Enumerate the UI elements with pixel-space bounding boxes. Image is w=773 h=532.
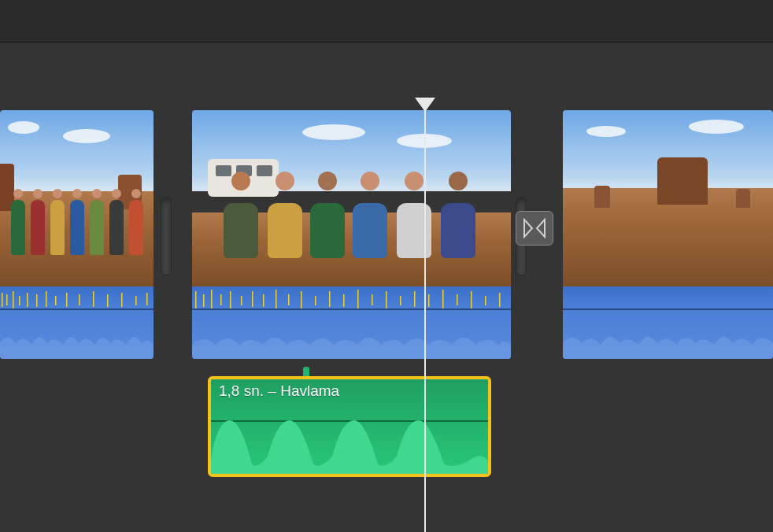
volume-line[interactable] xyxy=(0,308,153,310)
svg-rect-18 xyxy=(220,294,222,305)
svg-rect-30 xyxy=(372,294,373,305)
video-clip[interactable] xyxy=(192,110,511,358)
svg-rect-14 xyxy=(146,293,148,305)
svg-rect-31 xyxy=(386,291,387,308)
svg-rect-10 xyxy=(93,291,94,307)
svg-rect-7 xyxy=(55,296,57,305)
video-track xyxy=(0,110,773,358)
svg-rect-39 xyxy=(499,293,501,307)
svg-rect-36 xyxy=(457,294,458,305)
crossfade-icon xyxy=(523,218,546,238)
svg-rect-32 xyxy=(400,296,401,305)
svg-rect-20 xyxy=(241,296,242,305)
svg-rect-11 xyxy=(107,294,109,307)
clip-thumbnail xyxy=(192,110,511,286)
timeline-toolbar xyxy=(0,0,773,42)
sfx-label: 1,8 sn. – Havlama xyxy=(219,382,339,400)
clip-audio-waveform[interactable] xyxy=(563,286,773,359)
svg-rect-9 xyxy=(79,294,80,305)
sound-effect-clip[interactable]: 1,8 sn. – Havlama xyxy=(208,376,491,477)
clip-thumbnail xyxy=(0,110,153,286)
svg-rect-33 xyxy=(414,291,416,307)
video-clip[interactable] xyxy=(563,110,773,358)
svg-rect-27 xyxy=(329,291,331,307)
svg-rect-17 xyxy=(211,290,213,308)
svg-rect-38 xyxy=(485,296,486,305)
transition-edge-handle[interactable] xyxy=(161,197,172,275)
svg-rect-1 xyxy=(6,294,8,305)
svg-rect-15 xyxy=(195,291,197,308)
sfx-waveform xyxy=(211,412,488,474)
playhead-line[interactable] xyxy=(424,109,426,532)
svg-rect-8 xyxy=(66,293,68,307)
svg-rect-4 xyxy=(27,293,28,307)
svg-rect-0 xyxy=(2,293,3,307)
svg-rect-21 xyxy=(252,291,253,307)
video-clip[interactable] xyxy=(0,110,153,358)
svg-rect-29 xyxy=(357,290,359,308)
clip-audio-waveform[interactable] xyxy=(192,286,511,359)
svg-rect-35 xyxy=(442,290,444,308)
svg-rect-19 xyxy=(230,291,231,308)
transition-crossfade[interactable] xyxy=(516,211,553,246)
svg-rect-5 xyxy=(36,294,38,307)
volume-line[interactable] xyxy=(563,308,773,310)
clip-audio-waveform[interactable] xyxy=(0,286,153,359)
svg-rect-26 xyxy=(315,296,316,305)
svg-rect-23 xyxy=(276,290,277,308)
clip-thumbnail xyxy=(563,110,773,286)
svg-rect-16 xyxy=(203,294,205,307)
svg-rect-2 xyxy=(13,291,14,308)
svg-rect-37 xyxy=(471,291,472,308)
svg-rect-12 xyxy=(121,293,123,307)
svg-rect-6 xyxy=(46,291,47,307)
svg-rect-3 xyxy=(19,296,20,305)
timeline[interactable]: 1,8 sn. – Havlama xyxy=(0,42,773,532)
volume-line[interactable] xyxy=(192,308,511,310)
svg-rect-24 xyxy=(288,294,290,305)
svg-rect-22 xyxy=(263,294,264,307)
svg-rect-13 xyxy=(135,296,137,305)
svg-rect-25 xyxy=(301,291,302,308)
svg-rect-34 xyxy=(428,294,430,307)
svg-rect-28 xyxy=(343,294,345,307)
